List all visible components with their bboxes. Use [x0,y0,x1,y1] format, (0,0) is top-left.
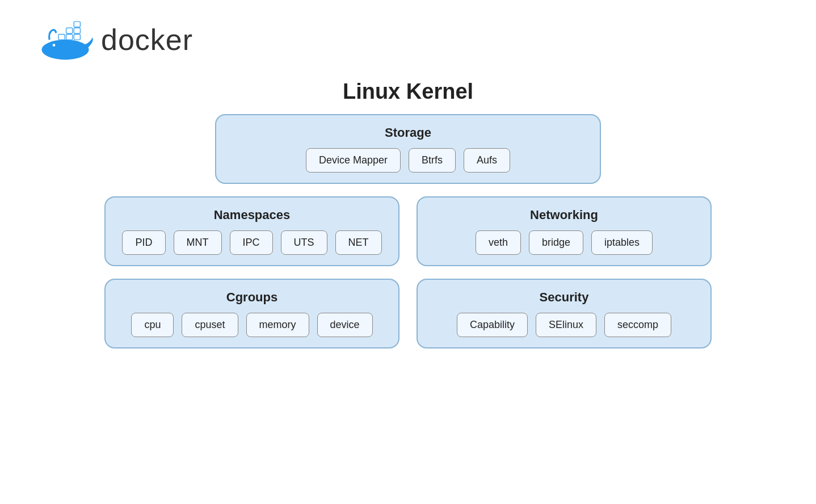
namespaces-items-row: PID MNT IPC UTS NET [119,230,385,255]
namespace-item-ipc: IPC [230,230,273,255]
cgroups-items-row: cpu cpuset memory device [119,313,385,337]
namespace-item-uts: UTS [281,230,327,255]
storage-item-device-mapper: Device Mapper [306,148,401,173]
storage-item-aufs: Aufs [464,148,510,173]
cgroups-title: Cgroups [119,290,385,305]
bottom-row: Cgroups cpu cpuset memory device Securit… [96,279,720,348]
svg-rect-6 [74,28,80,33]
storage-box: Storage Device Mapper Btrfs Aufs [215,114,601,184]
cgroups-item-device: device [317,313,373,337]
svg-point-1 [53,44,56,47]
middle-row: Namespaces PID MNT IPC UTS NET Networkin… [96,196,720,266]
svg-point-0 [41,40,89,60]
namespaces-title: Namespaces [119,208,385,222]
docker-logo-text: docker [101,23,193,57]
namespace-item-mnt: MNT [174,230,222,255]
svg-rect-4 [74,34,80,40]
svg-rect-2 [58,34,65,40]
security-title: Security [431,290,697,305]
namespaces-box: Namespaces PID MNT IPC UTS NET [104,196,399,266]
networking-item-bridge: bridge [529,230,583,255]
svg-rect-3 [66,34,73,40]
storage-item-btrfs: Btrfs [409,148,456,173]
cgroups-item-cpu: cpu [131,313,174,337]
svg-rect-5 [66,28,73,33]
networking-item-veth: veth [476,230,521,255]
security-item-selinux: SElinux [536,313,596,337]
networking-box: Networking veth bridge iptables [417,196,712,266]
svg-rect-7 [74,22,80,27]
namespace-item-net: NET [335,230,382,255]
networking-items-row: veth bridge iptables [431,230,697,255]
networking-title: Networking [431,208,697,222]
security-item-capability: Capability [457,313,528,337]
linux-kernel-title: Linux Kernel [343,79,473,104]
logo-area: docker [34,17,193,62]
diagram: Linux Kernel Storage Device Mapper Btrfs… [96,79,720,348]
security-items-row: Capability SElinux seccomp [431,313,697,337]
cgroups-item-cpuset: cpuset [182,313,238,337]
cgroups-item-memory: memory [246,313,309,337]
docker-logo-icon [34,17,96,62]
namespace-item-pid: PID [122,230,165,255]
security-item-seccomp: seccomp [604,313,671,337]
security-box: Security Capability SElinux seccomp [417,279,712,348]
storage-items-row: Device Mapper Btrfs Aufs [230,148,586,173]
networking-item-iptables: iptables [591,230,653,255]
storage-title: Storage [230,125,586,140]
cgroups-box: Cgroups cpu cpuset memory device [104,279,399,348]
